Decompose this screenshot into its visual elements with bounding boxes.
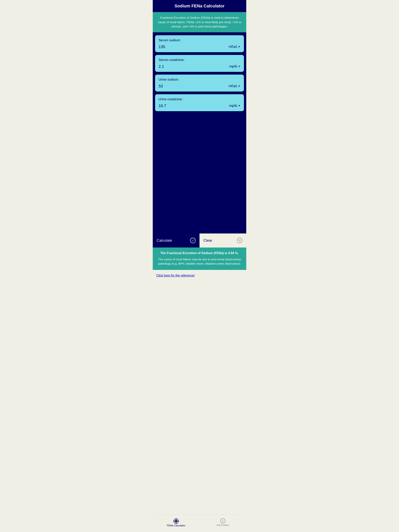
urine-creatinine-unit-selector[interactable]: mg/dL ▼ (229, 104, 240, 108)
urine-sodium-label: Urine sodium: (159, 78, 240, 82)
serum-creatinine-label: Serum creatinine: (159, 58, 240, 62)
urine-sodium-unit-selector[interactable]: mEq/L ▼ (229, 84, 240, 88)
calculate-check-icon: ✓ (190, 238, 196, 243)
nav-item-fena-calculator[interactable]: FENa Calculator (153, 517, 200, 528)
urine-creatinine-unit: mg/dL (229, 104, 238, 108)
info-banner: Fractional Excretion of Sodium (FENa) is… (153, 12, 246, 32)
serum-sodium-row: mEq/L ▼ (159, 44, 240, 49)
information-icon: i (220, 518, 225, 524)
serum-creatinine-row: mg/dL ▼ (159, 64, 240, 69)
nav-fena-label: FENa Calculator (167, 524, 185, 527)
clear-x-icon: ✕ (237, 238, 242, 243)
bottom-navigation: FENa Calculator i Information (153, 514, 246, 532)
urine-creatinine-label: Urine creatinine: (159, 97, 240, 101)
nav-information-label: Information (216, 524, 229, 526)
serum-creatinine-chevron-icon: ▼ (238, 65, 240, 68)
button-row: Calculate ✓ Clear ✕ (153, 234, 246, 247)
urine-sodium-input[interactable] (159, 84, 229, 89)
urine-creatinine-card: Urine creatinine: mg/dL ▼ (155, 94, 244, 111)
svg-text:i: i (223, 519, 223, 523)
result-section: The Fractional Excretion of Sodium (FENa… (153, 247, 246, 270)
serum-sodium-card: Serum sodium: mEq/L ▼ (155, 35, 244, 52)
nav-item-information[interactable]: i Information (200, 517, 246, 528)
urine-sodium-row: mEq/L ▼ (159, 84, 240, 89)
calculator-section: Serum sodium: mEq/L ▼ Serum creatinine: … (153, 32, 246, 234)
app-header: Sodium FENa Calculator (153, 0, 246, 12)
serum-creatinine-unit: mg/dL (229, 65, 238, 68)
serum-sodium-unit-selector[interactable]: mEq/L ▼ (229, 45, 240, 49)
urine-creatinine-chevron-icon: ▼ (238, 104, 240, 107)
content-area: Click here for the reference! (153, 270, 246, 398)
serum-creatinine-input[interactable] (159, 64, 229, 69)
urine-sodium-chevron-icon: ▼ (238, 85, 240, 88)
clear-button[interactable]: Clear ✕ (200, 234, 246, 247)
reference-link[interactable]: Click here for the reference! (156, 274, 195, 277)
serum-sodium-label: Serum sodium: (159, 38, 240, 42)
result-description: The cause of renal failure may be due to… (156, 257, 243, 266)
info-banner-text: Fractional Excretion of Sodium (FENa) is… (158, 16, 241, 28)
app-title: Sodium FENa Calculator (174, 4, 225, 8)
serum-creatinine-unit-selector[interactable]: mg/dL ▼ (229, 65, 240, 68)
serum-sodium-input[interactable] (159, 44, 229, 49)
result-title: The Fractional Excretion of Sodium (FENa… (156, 251, 243, 255)
urine-sodium-unit: mEq/L (229, 84, 238, 88)
fena-calculator-icon (173, 518, 179, 524)
urine-sodium-card: Urine sodium: mEq/L ▼ (155, 75, 244, 92)
serum-sodium-unit: mEq/L (229, 45, 238, 49)
serum-sodium-chevron-icon: ▼ (238, 45, 240, 48)
clear-label: Clear (203, 238, 212, 243)
calculate-label: Calculate (157, 238, 172, 243)
serum-creatinine-card: Serum creatinine: mg/dL ▼ (155, 55, 244, 72)
urine-creatinine-input[interactable] (159, 104, 229, 108)
calculate-button[interactable]: Calculate ✓ (153, 234, 200, 247)
urine-creatinine-row: mg/dL ▼ (159, 104, 240, 108)
